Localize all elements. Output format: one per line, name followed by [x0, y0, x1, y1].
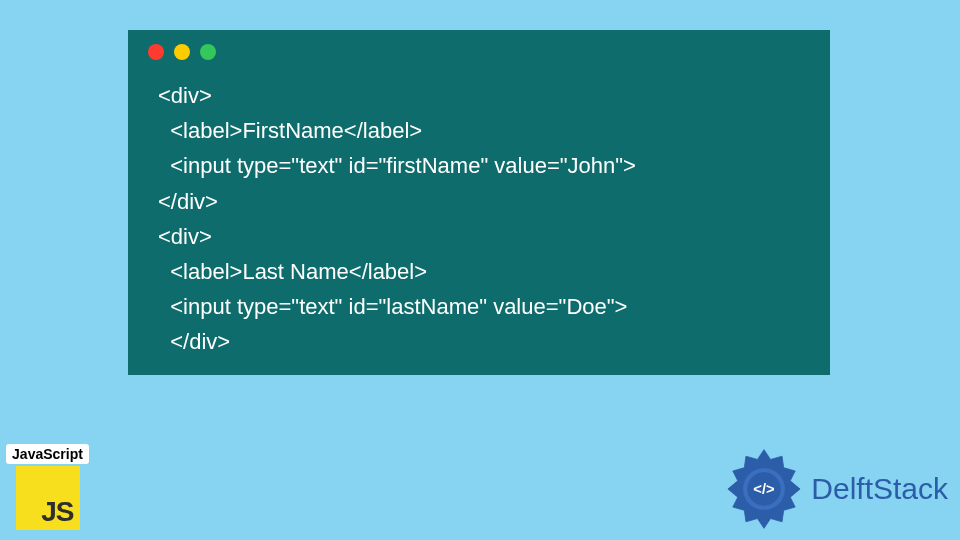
code-line: <input type="text" id="firstName" value=…	[158, 153, 636, 178]
code-line: <label>Last Name</label>	[158, 259, 427, 284]
window-controls	[148, 44, 216, 60]
code-window: <div> <label>FirstName</label> <input ty…	[128, 30, 830, 375]
javascript-logo: JavaScript JS	[5, 444, 90, 530]
javascript-label: JavaScript	[6, 444, 89, 464]
code-line: </div>	[158, 329, 230, 354]
delftstack-wordmark: DelftStack	[811, 472, 948, 506]
javascript-badge-text: JS	[41, 496, 73, 528]
code-line: <label>FirstName</label>	[158, 118, 422, 143]
window-maximize-icon	[200, 44, 216, 60]
code-line: <div>	[158, 224, 212, 249]
code-line: <input type="text" id="lastName" value="…	[158, 294, 627, 319]
svg-text:</>: </>	[754, 481, 776, 497]
window-close-icon	[148, 44, 164, 60]
code-line: <div>	[158, 83, 212, 108]
code-line: </div>	[158, 189, 218, 214]
javascript-badge-icon: JS	[16, 466, 80, 530]
code-content: <div> <label>FirstName</label> <input ty…	[158, 78, 810, 360]
window-minimize-icon	[174, 44, 190, 60]
delftstack-logo: </> DelftStack	[723, 448, 948, 530]
delftstack-emblem-icon: </>	[723, 448, 805, 530]
